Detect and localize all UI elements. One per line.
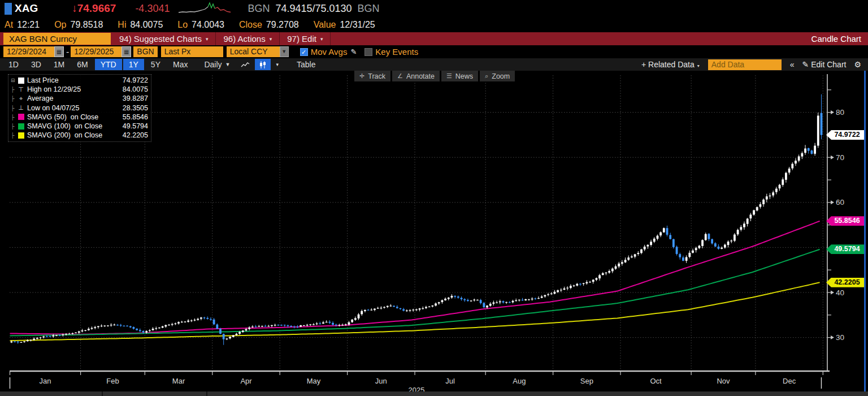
svg-text:Sep: Sep bbox=[580, 377, 593, 385]
period-button-3d[interactable]: 3D bbox=[25, 59, 47, 70]
calendar-icon[interactable]: ▦ bbox=[121, 46, 131, 57]
collapse-panel-button[interactable]: « bbox=[790, 60, 795, 69]
chart-region: JanFebMarAprMayJunJulAugSepOctNovDec2025… bbox=[0, 71, 868, 396]
gear-icon[interactable]: ⚙ bbox=[854, 60, 861, 69]
legend-marker: ⊤ bbox=[18, 87, 24, 93]
legend-row-2[interactable]: ├⌖Average39.8287 bbox=[11, 94, 148, 103]
svg-text:80: 80 bbox=[836, 108, 844, 117]
svg-text:Jul: Jul bbox=[445, 377, 455, 385]
mov-avgs-checkbox[interactable]: ✓ bbox=[300, 48, 308, 56]
smavg200-badge: 42.2205 bbox=[826, 278, 864, 287]
stat-hi: Hi84.0075 bbox=[118, 20, 163, 30]
news-button[interactable]: ☰News bbox=[441, 71, 478, 81]
smavg50-badge: 55.8546 bbox=[826, 216, 864, 226]
period-button-max[interactable]: Max bbox=[167, 59, 193, 70]
stat-close: Close79.2708 bbox=[239, 20, 299, 30]
legend-marker bbox=[18, 132, 24, 139]
legend-row-5[interactable]: ├SMAVG (100) on Close49.5794 bbox=[11, 122, 148, 131]
svg-text:Nov: Nov bbox=[717, 377, 730, 385]
annotate-icon: ∠ bbox=[397, 72, 403, 80]
svg-text:60: 60 bbox=[836, 198, 844, 206]
legend-marker: ⊥ bbox=[18, 105, 24, 111]
source-label-right: BGN bbox=[358, 3, 380, 15]
svg-text:Aug: Aug bbox=[513, 377, 526, 385]
legend-row-1[interactable]: ├⊤High on 12/29/2584.0075 bbox=[11, 85, 148, 94]
intraday-sparkline bbox=[179, 2, 232, 15]
stat-lo: Lo74.0043 bbox=[177, 20, 224, 30]
period-button-5y[interactable]: 5Y bbox=[145, 59, 166, 70]
zoom-icon: ⌕ bbox=[485, 72, 488, 80]
date-from-input[interactable]: 12/29/2024 bbox=[3, 46, 54, 57]
svg-text:30: 30 bbox=[836, 333, 844, 342]
stat-op: Op79.8518 bbox=[54, 20, 103, 30]
chevron-down-icon[interactable]: ▼ bbox=[280, 46, 289, 57]
svg-text:40: 40 bbox=[836, 289, 844, 297]
svg-text:May: May bbox=[307, 377, 321, 385]
legend-marker bbox=[18, 114, 24, 120]
ohlc-stats-bar: At12:21Op79.8518Hi84.0075Lo74.0043Close7… bbox=[0, 17, 868, 32]
track-button[interactable]: ✛Track bbox=[354, 71, 390, 81]
table-button[interactable]: Table bbox=[291, 59, 321, 70]
key-events-checkbox[interactable] bbox=[364, 48, 372, 56]
mov-avgs-label: Mov Avgs bbox=[311, 47, 348, 57]
chart-type-label: Candle Chart bbox=[811, 34, 868, 44]
chart-toolbar: 1D3D1M6MYTD1Y5YMax Daily▼ ▾ Table + Rela… bbox=[0, 58, 868, 71]
ticker-symbol[interactable]: XAG bbox=[15, 2, 38, 15]
news-icon: ☰ bbox=[446, 72, 452, 80]
last-price-arrow-icon: ↓ bbox=[72, 2, 77, 15]
period-button-6m[interactable]: 6M bbox=[71, 59, 93, 70]
legend-marker: ⌖ bbox=[18, 96, 24, 102]
svg-text:Jan: Jan bbox=[40, 377, 51, 385]
field-select[interactable]: Last Px bbox=[161, 46, 223, 57]
legend-row-4[interactable]: ├SMAVG (50) on Close55.8546 bbox=[11, 113, 148, 122]
line-chart-icon[interactable] bbox=[237, 59, 254, 70]
svg-text:Jun: Jun bbox=[375, 377, 387, 385]
svg-text:Apr: Apr bbox=[240, 377, 252, 385]
currency-select[interactable]: Local CCY bbox=[227, 46, 280, 57]
svg-text:Dec: Dec bbox=[783, 377, 796, 385]
related-data-button[interactable]: + Related Data▾ bbox=[641, 60, 700, 69]
toolbar-right: + Related Data▾ Add Data « ✎ Edit Chart … bbox=[637, 58, 868, 71]
legend-row-3[interactable]: ├⊥Low on 04/07/2528.3505 bbox=[11, 104, 148, 113]
price-change: -4.3041 bbox=[135, 3, 170, 15]
source-label-left: BGN bbox=[248, 3, 270, 15]
chart-overlay-toolbar: ✛Track∠Annotate☰News⌕Zoom bbox=[354, 71, 515, 81]
track-icon: ✛ bbox=[359, 72, 364, 80]
calendar-icon[interactable]: ▦ bbox=[54, 46, 64, 57]
menu-item-edit[interactable]: 97) Edit▾ bbox=[280, 32, 331, 45]
period-button-1m[interactable]: 1M bbox=[48, 59, 70, 70]
period-button-1d[interactable]: 1D bbox=[3, 59, 24, 70]
menu-bar: XAG BGN Curncy 94) Suggested Charts▾96) … bbox=[0, 32, 868, 45]
menu-item-suggested-charts[interactable]: 94) Suggested Charts▾ bbox=[112, 32, 216, 45]
svg-text:Oct: Oct bbox=[650, 377, 662, 385]
security-field[interactable]: XAG BGN Curncy bbox=[3, 33, 111, 45]
add-data-input[interactable]: Add Data bbox=[708, 59, 782, 70]
date-range-separator: - bbox=[66, 47, 69, 57]
period-button-ytd[interactable]: YTD bbox=[95, 59, 122, 70]
bottom-strip bbox=[0, 391, 868, 396]
legend-row-0[interactable]: ⊟Last Price74.9722 bbox=[11, 76, 148, 85]
date-to-input[interactable]: 12/29/2025 bbox=[71, 46, 121, 57]
chart-type-dropdown[interactable]: ▾ bbox=[272, 59, 283, 70]
zoom-button[interactable]: ⌕Zoom bbox=[480, 71, 515, 81]
period-button-1y[interactable]: 1Y bbox=[123, 59, 144, 70]
svg-text:Mar: Mar bbox=[172, 377, 185, 385]
candle-chart-icon[interactable] bbox=[255, 59, 271, 70]
legend-marker bbox=[18, 78, 24, 84]
svg-text:70: 70 bbox=[836, 153, 844, 162]
bloomberg-terminal-window: { "quote_bar": { "ticker": "XAG", "arrow… bbox=[0, 0, 868, 396]
stat-value: Value12/31/25 bbox=[314, 20, 375, 30]
last-price: 74.9667 bbox=[77, 2, 116, 15]
smavg100-badge: 49.5794 bbox=[826, 244, 864, 254]
frequency-select[interactable]: Daily▼ bbox=[198, 59, 236, 70]
bid-ask: 74.9415/75.0130 bbox=[275, 3, 351, 15]
stat-at: At12:21 bbox=[5, 20, 40, 30]
price-source-select[interactable]: BGN bbox=[133, 46, 157, 57]
chart-legend[interactable]: ⊟Last Price74.9722├⊤High on 12/29/2584.0… bbox=[8, 74, 151, 142]
legend-row-6[interactable]: ├SMAVG (200) on Close42.2205 bbox=[11, 131, 148, 140]
menu-item-actions[interactable]: 96) Actions▾ bbox=[216, 32, 280, 45]
svg-text:Feb: Feb bbox=[106, 377, 119, 385]
edit-chart-button[interactable]: ✎ Edit Chart bbox=[802, 60, 847, 69]
annotate-button[interactable]: ∠Annotate bbox=[392, 71, 440, 81]
pencil-icon[interactable]: ✎ bbox=[350, 48, 357, 56]
